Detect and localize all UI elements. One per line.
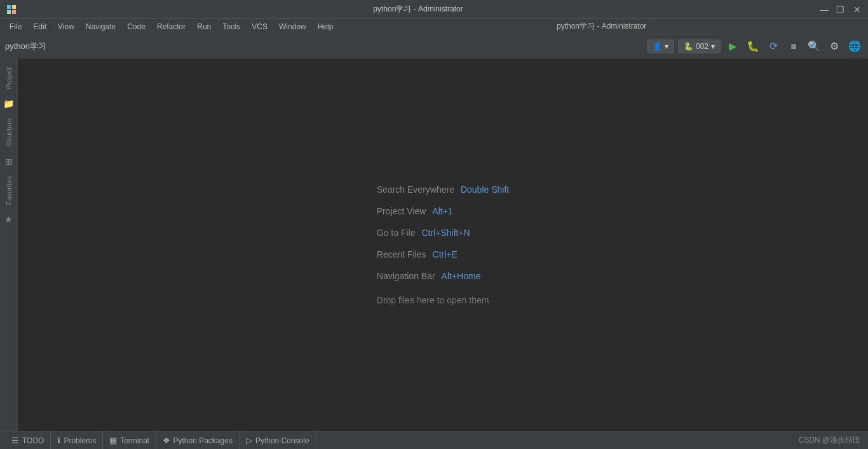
tab-todo-label: TODO [22,436,44,445]
svg-rect-3 [12,10,16,14]
tab-python-packages[interactable]: ❖ Python Packages [156,432,240,450]
sidebar-folder-icon[interactable]: 📁 [2,97,16,111]
tab-python-packages-label: Python Packages [173,436,233,445]
tab-terminal-label: Terminal [120,436,149,445]
hint-recent-files: Recent Files Ctrl+E [377,249,458,259]
hint-navigation-bar: Navigation Bar Alt+Home [377,271,481,281]
hint-project-view-label: Project View [377,206,426,216]
hint-search-everywhere-shortcut: Double Shift [461,184,509,195]
watermark-text: CSDN @漫步结田 [798,435,860,446]
terminal-icon: ▦ [109,436,117,445]
run-config-label: 002 [696,42,709,51]
tab-python-console-label: Python Console [255,436,309,445]
bottom-bar: ☰ TODO ℹ Problems ▦ Terminal ❖ Python Pa… [0,431,868,449]
todo-icon: ☰ [11,436,19,445]
hint-search-everywhere: Search Everywhere Double Shift [377,184,509,195]
sidebar-favorites-icon[interactable]: ★ [2,212,16,226]
app-logo [6,4,17,15]
menu-navigate[interactable]: Navigate [81,21,120,32]
run-config-arrow: ▾ [711,42,715,51]
title-bar-left [6,4,17,15]
title-bar-controls: — ❐ ✕ [820,5,862,14]
problems-icon: ℹ [57,436,60,445]
hint-search-everywhere-label: Search Everywhere [377,184,454,195]
hint-project-view-shortcut: Alt+1 [432,206,452,216]
dropdown-arrow: ▾ [665,42,668,51]
menu-edit[interactable]: Edit [29,21,51,32]
settings-button[interactable]: ⚙ [826,38,843,55]
menu-vcs[interactable]: VCS [247,21,272,32]
stop-button[interactable]: ■ [785,38,802,55]
sidebar-favorites-tab[interactable]: Favorites [3,171,15,210]
menu-refactor[interactable]: Refactor [153,21,190,32]
hint-go-to-file: Go to File Ctrl+Shift+N [377,228,470,238]
run-config-icon: 🐍 [684,42,693,51]
profile-button[interactable]: 🌐 [846,38,863,55]
project-name: python学习 [5,41,46,52]
menu-bar: File Edit View Navigate Code Refactor Ru… [0,19,868,34]
drop-hint-text: Drop files here to open them [377,295,489,305]
welcome-content: Search Everywhere Double Shift Project V… [377,184,509,305]
tab-python-console[interactable]: ▷ Python Console [240,432,316,450]
editor-area: Search Everywhere Double Shift Project V… [18,59,868,431]
menu-view[interactable]: View [53,21,79,32]
menu-file[interactable]: File [5,21,26,32]
user-button[interactable]: 👤 ▾ [647,39,674,53]
svg-rect-0 [7,5,11,9]
search-everywhere-button[interactable]: 🔍 [806,38,822,55]
hint-navigation-bar-shortcut: Alt+Home [442,271,481,281]
hint-recent-files-shortcut: Ctrl+E [433,249,458,259]
hint-recent-files-label: Recent Files [377,249,426,259]
hint-go-to-file-label: Go to File [377,228,416,238]
tab-todo[interactable]: ☰ TODO [5,432,51,450]
close-button[interactable]: ✕ [853,5,862,14]
menu-tools[interactable]: Tools [218,21,245,32]
svg-rect-1 [12,5,16,9]
minimize-button[interactable]: — [820,5,829,14]
coverage-button[interactable]: ⟳ [765,38,782,55]
toolbar: python学习 👤 ▾ 🐍 002 ▾ ▶ 🐛 ⟳ ■ 🔍 ⚙ 🌐 [0,34,868,59]
maximize-button[interactable]: ❐ [836,5,845,14]
run-config-button[interactable]: 🐍 002 ▾ [678,39,721,53]
svg-rect-2 [7,10,11,14]
menu-help[interactable]: Help [313,21,338,32]
menu-window[interactable]: Window [275,21,311,32]
title-text: python学习 - Administrator [373,4,463,15]
menu-run[interactable]: Run [193,21,215,32]
hint-navigation-bar-label: Navigation Bar [377,271,435,281]
sidebar-structure-tab[interactable]: Structure [3,113,15,152]
hint-go-to-file-shortcut: Ctrl+Shift+N [421,228,470,238]
sidebar-structure-icon[interactable]: ⊞ [2,155,16,169]
debug-button[interactable]: 🐛 [745,38,761,55]
python-console-icon: ▷ [246,436,252,445]
hint-project-view: Project View Alt+1 [377,206,453,216]
user-icon: 👤 [653,42,662,51]
left-sidebar: Project 📁 Structure ⊞ Favorites ★ [0,59,18,431]
tab-terminal[interactable]: ▦ Terminal [103,432,156,450]
python-packages-icon: ❖ [163,436,170,445]
run-button[interactable]: ▶ [724,38,741,55]
menu-title: python学习 - Administrator [340,21,863,32]
tab-problems-label: Problems [64,436,96,445]
title-bar: python学习 - Administrator — ❐ ✕ [0,0,868,19]
menu-code[interactable]: Code [123,21,150,32]
tab-problems[interactable]: ℹ Problems [51,432,103,450]
sidebar-project-tab[interactable]: Project [3,62,15,94]
main-area: Project 📁 Structure ⊞ Favorites ★ Search… [0,59,868,431]
